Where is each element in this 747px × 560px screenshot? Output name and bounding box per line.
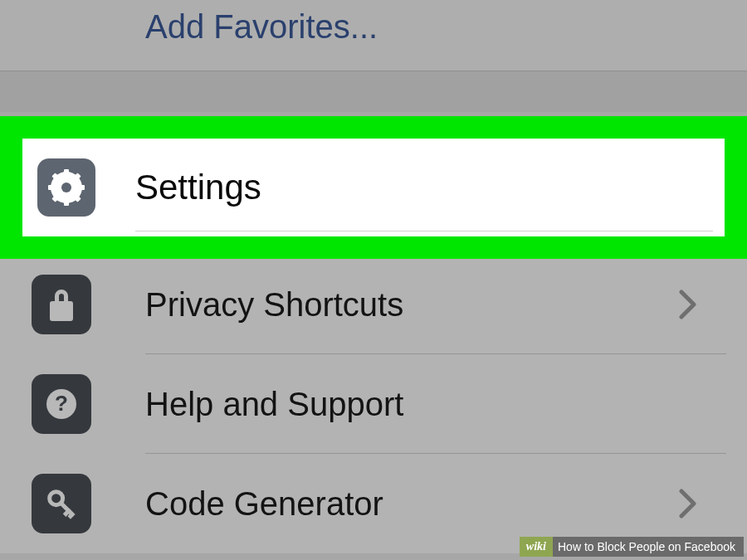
svg-rect-10 [77, 185, 85, 190]
menu-item-help-and-support[interactable]: ? Help and Support [0, 354, 747, 454]
svg-rect-9 [48, 185, 56, 190]
add-favorites-label: Add Favorites... [145, 8, 378, 45]
menu-item-settings[interactable]: Settings [22, 139, 725, 236]
gear-icon [37, 158, 95, 217]
menu-item-label: Code Generator [145, 485, 679, 523]
menu-item-label: Privacy Shortcuts [145, 286, 679, 324]
highlight-callout: Settings [0, 116, 747, 259]
lock-icon [32, 275, 91, 334]
chevron-right-icon [679, 489, 697, 519]
menu-item-privacy-shortcuts[interactable]: Privacy Shortcuts [0, 255, 747, 354]
section-divider [0, 71, 747, 112]
menu-item-label: Help and Support [145, 386, 747, 423]
svg-text:?: ? [55, 391, 68, 416]
menu-item-label: Settings [135, 168, 261, 207]
watermark-wiki: wiki [520, 537, 553, 557]
svg-rect-8 [64, 198, 69, 206]
svg-rect-7 [64, 169, 69, 177]
add-favorites-row[interactable]: Add Favorites... [0, 0, 747, 71]
wikihow-watermark: wiki How to Block People on Facebook [520, 537, 744, 557]
watermark-title: How to Block People on Facebook [553, 537, 744, 557]
chevron-right-icon [679, 290, 697, 319]
svg-point-16 [61, 183, 71, 192]
key-icon [32, 474, 91, 533]
question-icon: ? [32, 374, 91, 434]
